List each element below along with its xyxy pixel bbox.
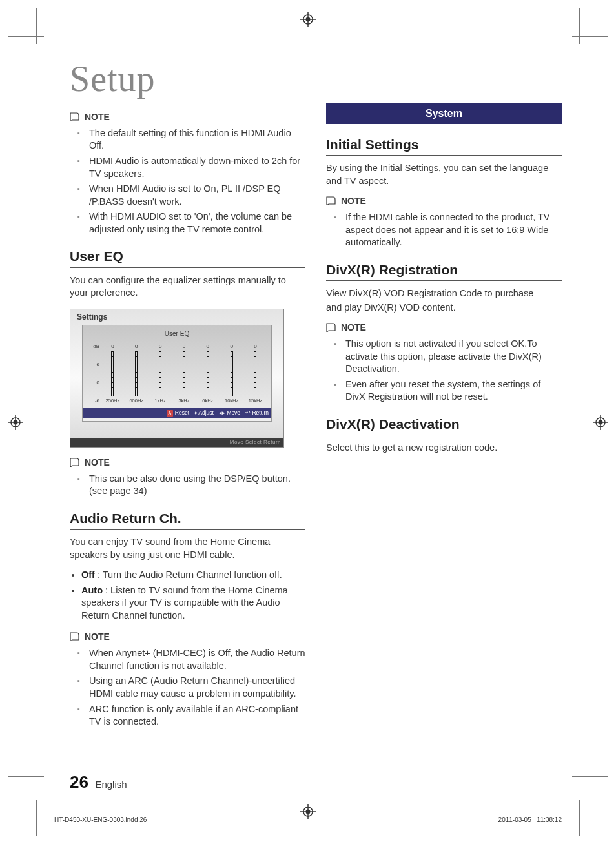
note-icon [70,632,80,644]
note-label: NOTE [341,322,366,333]
note-item: With HDMI AUDIO set to 'On', the volume … [89,211,305,236]
note-item: If the HDMI cable is connected to the pr… [345,211,562,249]
eq-track [231,351,233,396]
columns: NOTE The default setting of this functio… [70,103,562,737]
eq-track [111,351,114,396]
eq-db-label: dB [88,344,99,351]
crop-mark [579,8,580,44]
eq-grid: dB 6 0 -6 0250Hz 0600Hz 01kHz 03kHz 06kH… [83,340,271,409]
print-file: HT-D450-XU-ENG-0303.indd 26 [54,816,147,823]
system-banner: System [326,103,562,124]
registration-mark-icon [593,415,608,430]
eq-track [254,351,256,396]
note-item: The default setting of this function is … [89,127,305,152]
eq-y-tick: -6 [88,398,99,405]
eq-slider: 06kHz [201,344,215,405]
section-heading-divx-deact: DivX(R) Deactivation [326,415,562,433]
eq-y-tick: 6 [88,362,99,369]
section-body: and play DivX(R) VOD content. [326,302,562,314]
crop-mark [579,800,580,836]
eq-slider: 03kHz [177,344,191,405]
page-title: Setup [70,58,562,99]
note-label: NOTE [85,112,110,122]
divider [70,529,305,530]
print-footer: HT-D450-XU-ENG-0303.indd 26 2011-03-05 1… [54,812,562,823]
note-icon [70,112,80,125]
section-body: Select this to get a new registration co… [326,442,562,455]
note-header: NOTE [70,111,305,125]
eq-slider: 010kHz [225,344,239,405]
note-list: The default setting of this function is … [70,127,305,236]
note-item: Using an ARC (Audio Return Channel)-unce… [89,675,305,700]
option-item: Off : Turn the Audio Return Channel func… [81,569,305,582]
section-heading-divx-reg: DivX(R) Registration [326,261,562,279]
section-heading-arc: Audio Return Ch. [70,509,305,528]
note-item: This can be also done using the DSP/EQ b… [89,473,305,498]
crop-mark [8,776,44,796]
eq-track [135,351,138,396]
note-label: NOTE [85,632,110,642]
note-item: ARC function is only available if an ARC… [89,703,305,728]
page-language: English [95,779,127,790]
section-body: By using the Initial Settings, you can s… [326,162,562,187]
option-list: Off : Turn the Audio Return Channel func… [70,569,305,622]
user-eq-figure: Settings User EQ dB 6 0 -6 0250Hz 0600Hz [70,309,284,448]
note-list: When Anynet+ (HDMI-CEC) is Off, the Audi… [70,647,305,728]
manual-page: Setup NOTE The default setting of this f… [0,0,616,844]
eq-slider: 01kHz [153,344,167,405]
note-label: NOTE [341,196,366,206]
crop-mark [36,800,37,836]
note-header: NOTE [326,322,562,335]
registration-mark-icon [300,12,316,27]
note-label: NOTE [85,457,110,468]
divider [326,435,562,435]
left-column: NOTE The default setting of this functio… [70,103,305,737]
right-column: System Initial Settings By using the Ini… [326,103,562,737]
eq-track [159,351,161,396]
crop-mark [36,8,37,44]
eq-move-label: ◂▸ Move [219,409,240,417]
section-body: You can configure the equalizer settings… [70,274,305,300]
eq-track [207,351,209,396]
note-list: If the HDMI cable is connected to the pr… [326,211,562,249]
note-item: When HDMI Audio is set to On, PL II /DSP… [89,183,305,208]
section-body: You can enjoy TV sound from the Home Cin… [70,536,305,561]
note-item: Even after you reset the system, the set… [345,378,562,404]
eq-adjust-label: ♦ Adjust [194,409,214,417]
note-icon [326,196,336,209]
divider [70,267,305,268]
divider [326,155,562,156]
eq-title: User EQ [83,328,271,340]
eq-slider: 015kHz [248,344,262,405]
eq-track [183,351,185,396]
section-heading-initial: Initial Settings [326,136,562,154]
print-timestamp: 2011-03-05 11:38:12 [498,816,562,823]
note-list: This option is not activated if you sele… [326,338,562,404]
note-header: NOTE [326,195,562,209]
note-item: HDMI Audio is automatically down-mixed t… [89,155,305,180]
eq-reset-label: Reset [167,409,189,417]
note-icon [70,458,80,470]
eq-window-title: Settings [70,309,283,325]
note-header: NOTE [70,457,305,470]
eq-sliders: 0250Hz 0600Hz 01kHz 03kHz 06kHz 010kHz 0… [101,340,267,409]
registration-mark-icon [8,415,23,430]
note-header: NOTE [70,631,305,644]
eq-panel: User EQ dB 6 0 -6 0250Hz 0600Hz 01kHz [82,325,272,422]
option-item: Auto : Listen to TV sound from the Home … [81,584,305,623]
divider [326,280,562,281]
eq-controls-bar: Reset ♦ Adjust ◂▸ Move ↶ Return [83,408,271,418]
crop-mark [572,36,608,56]
eq-shadow-bar: Move Select Return [70,438,283,447]
eq-slider: 0250Hz [105,344,119,405]
note-item: This option is not activated if you sele… [345,338,562,376]
page-footer: 26 English [70,772,127,792]
eq-slider: 0600Hz [129,344,143,405]
page-number: 26 [70,772,88,792]
section-body: View DivX(R) VOD Registration Code to pu… [326,287,562,300]
note-list: This can be also done using the DSP/EQ b… [70,473,305,498]
note-item: When Anynet+ (HDMI-CEC) is Off, the Audi… [89,647,305,672]
crop-mark [572,776,608,796]
crop-mark [8,36,44,56]
eq-y-tick: 0 [88,380,99,387]
